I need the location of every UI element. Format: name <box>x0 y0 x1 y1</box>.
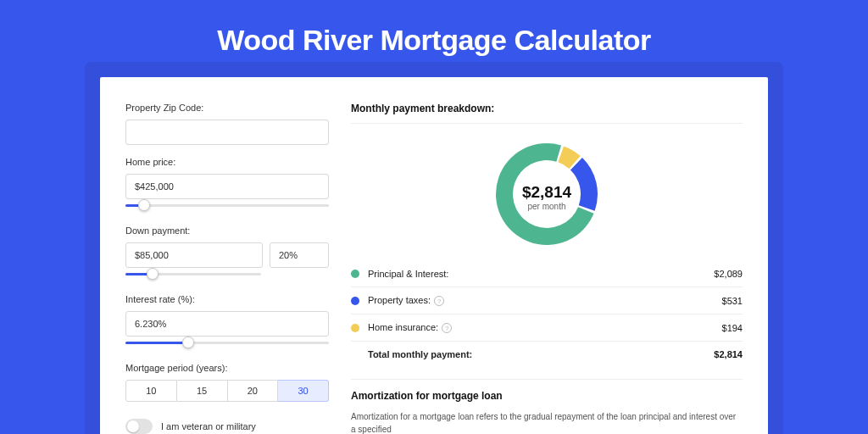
legend-label: Property taxes:? <box>368 295 722 306</box>
donut-center-value: $2,814 <box>522 183 571 202</box>
home-price-field: Home price: <box>125 157 329 214</box>
veteran-toggle[interactable] <box>125 419 153 434</box>
down-payment-slider[interactable] <box>125 270 261 282</box>
mortgage-period-label: Mortgage period (years): <box>125 363 329 373</box>
donut-chart: $2,814 per month <box>351 134 743 261</box>
interest-rate-field: Interest rate (%): <box>125 294 329 351</box>
breakdown-column: Monthly payment breakdown: $2,814 per mo… <box>351 103 743 434</box>
interest-rate-slider-thumb[interactable] <box>182 337 194 348</box>
zip-label: Property Zip Code: <box>125 103 329 113</box>
calculator-card: Property Zip Code: Home price: Down paym… <box>100 77 768 434</box>
legend-value: $531 <box>722 296 743 306</box>
interest-rate-input[interactable] <box>125 311 329 337</box>
home-price-input[interactable] <box>125 174 329 199</box>
down-payment-field: Down payment: <box>125 225 329 282</box>
legend-label: Principal & Interest: <box>368 269 714 279</box>
page-title: Wood River Mortgage Calculator <box>0 0 868 77</box>
legend-row: Home insurance:?$194 <box>351 314 743 342</box>
help-icon[interactable]: ? <box>442 323 452 333</box>
legend-value: $2,089 <box>714 269 743 279</box>
donut-slice <box>570 158 598 211</box>
veteran-label: I am veteran or military <box>161 421 256 431</box>
zip-input[interactable] <box>125 120 329 145</box>
legend-row: Principal & Interest:$2,089 <box>351 261 743 287</box>
legend-dot <box>351 297 359 305</box>
period-button-10[interactable]: 10 <box>125 380 177 402</box>
down-payment-percent-input[interactable] <box>270 242 329 268</box>
legend-total-row: Total monthly payment: $2,814 <box>351 342 743 367</box>
period-button-30[interactable]: 30 <box>278 380 329 402</box>
down-payment-amount-input[interactable] <box>125 242 263 268</box>
breakdown-title: Monthly payment breakdown: <box>351 103 743 124</box>
period-button-group: 10152030 <box>125 380 329 402</box>
period-button-20[interactable]: 20 <box>228 380 279 402</box>
donut-center-sub: per month <box>522 202 571 211</box>
legend-total-label: Total monthly payment: <box>368 349 714 359</box>
amortization-body: Amortization for a mortgage loan refers … <box>351 410 743 434</box>
legend-label: Home insurance:? <box>368 322 722 333</box>
down-payment-slider-thumb[interactable] <box>147 268 159 280</box>
legend-dot <box>351 270 359 278</box>
interest-rate-slider[interactable] <box>125 339 329 351</box>
home-price-slider[interactable] <box>125 202 329 214</box>
legend-total-value: $2,814 <box>714 349 743 359</box>
veteran-toggle-knob <box>127 420 139 432</box>
legend-list: Principal & Interest:$2,089Property taxe… <box>351 261 743 342</box>
home-price-slider-thumb[interactable] <box>138 199 150 211</box>
legend-row: Property taxes:?$531 <box>351 287 743 314</box>
period-button-15[interactable]: 15 <box>177 380 228 402</box>
amortization-section: Amortization for mortgage loan Amortizat… <box>351 379 743 434</box>
interest-rate-label: Interest rate (%): <box>125 294 329 304</box>
mortgage-period-field: Mortgage period (years): 10152030 <box>125 363 329 402</box>
legend-value: $194 <box>722 323 743 333</box>
donut-center: $2,814 per month <box>522 183 571 211</box>
help-icon[interactable]: ? <box>434 296 444 306</box>
down-payment-label: Down payment: <box>125 225 329 236</box>
inputs-column: Property Zip Code: Home price: Down paym… <box>125 103 329 434</box>
legend-dot <box>351 324 359 332</box>
amortization-title: Amortization for mortgage loan <box>351 390 743 402</box>
home-price-label: Home price: <box>125 157 329 167</box>
veteran-toggle-row: I am veteran or military <box>125 419 329 434</box>
zip-field: Property Zip Code: <box>125 103 329 145</box>
